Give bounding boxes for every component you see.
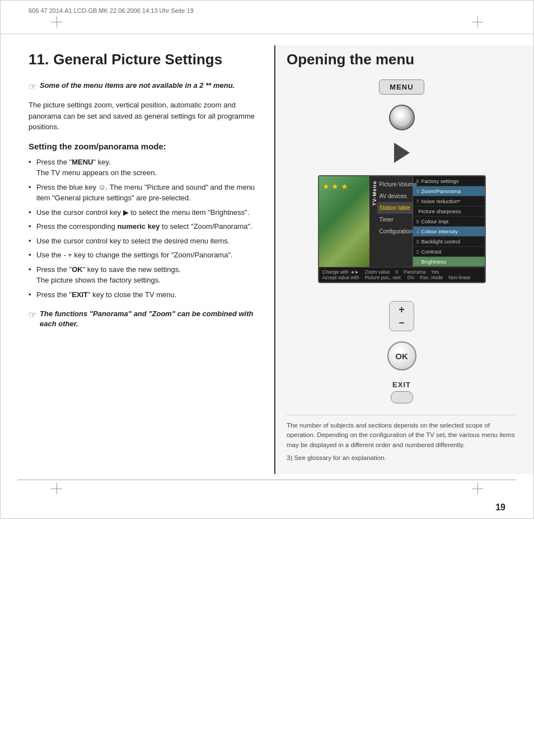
list-item: Press the corresponding numeric key to s… (29, 221, 257, 232)
blue-key-button[interactable] (389, 105, 415, 130)
arrow-right-button[interactable] (394, 143, 410, 163)
list-item: Press the "MENU" key.The TV menu appears… (29, 157, 257, 179)
list-item: Use the cursor control key to select the… (29, 236, 257, 247)
exit-label: EXIT (392, 381, 411, 389)
page-number: 19 (1, 497, 533, 518)
plus-minus-buttons[interactable]: + – (389, 301, 414, 331)
tv-right-item-1: 1Brightness (413, 257, 485, 267)
tv-bottom-row-1: Change with ◄► Zoom value 0 Panorama Yes (322, 269, 481, 275)
tv-bottom-row-2: Accept value with Picture pos., vert: 0%… (322, 275, 481, 280)
list-item: Press the "EXIT" key to close the TV men… (29, 289, 257, 300)
bottom-note-icon: ☞ (29, 309, 36, 320)
tv-nav-av-devices[interactable]: AV devices (377, 190, 413, 202)
bullet-list: Press the "MENU" key.The TV menu appears… (29, 157, 257, 300)
tv-nav-configuration[interactable]: Configuration (377, 226, 413, 237)
tv-nav-picture-volume[interactable]: Picture·Volume (377, 179, 413, 190)
tv-right-item-5: 5Colour impr. (413, 217, 485, 227)
tv-right-item-3: 3Backlight control (413, 237, 485, 247)
bottom-note-text: The functions "Panorama" and "Zoom" can … (40, 309, 257, 329)
sub-heading: Setting the zoom/panorama mode: (29, 142, 257, 151)
minus-label[interactable]: – (399, 317, 404, 328)
plus-label[interactable]: + (399, 304, 405, 316)
list-item: Press the "OK" key to save the new setti… (29, 264, 257, 286)
tv-menu-screenshot: ★ ★ ★ TV-Menu Picture·Volume AV devices … (318, 175, 486, 283)
tv-right-item-7: 7Noise reduction* (413, 196, 485, 206)
tv-nav-label: TV-Menu (372, 181, 377, 206)
menu-button[interactable]: MENU (379, 79, 424, 95)
list-item: Use the - + key to change the settings f… (29, 250, 257, 261)
tv-right-item-9: 9Factory settings (413, 176, 485, 186)
tv-right-item-4: 4Colour intensity (413, 227, 485, 237)
note-text: Some of the menu items are not available… (40, 81, 235, 91)
section-title: General Picture Settings (53, 51, 222, 68)
file-info: 606 47 2014.A1 LCD-GB MK 22.06.2006 14:1… (1, 1, 533, 21)
tv-right-item-2: 2Contrast (413, 247, 485, 257)
tv-right-item-ps: Picture sharpness (413, 206, 485, 217)
tv-nav-timer[interactable]: Timer (377, 214, 413, 226)
tv-nav-station-table[interactable]: Station table (377, 202, 413, 214)
exit-button[interactable] (391, 391, 413, 403)
note-icon: ☞ (29, 81, 36, 92)
body-text: The picture settings zoom, vertical posi… (29, 100, 257, 133)
section-number: 11. (29, 51, 49, 68)
tv-stars: ★ ★ ★ (322, 182, 349, 191)
list-item: Use the cursor control key ▶ to select t… (29, 207, 257, 218)
list-item: Press the blue key ☺. The menu "Picture … (29, 182, 257, 204)
tv-right-item-8: 8Zoom/Panorama (413, 186, 485, 196)
right-column-title: Opening the menu (287, 51, 517, 68)
ok-button[interactable]: OK (387, 341, 416, 370)
footer-note: The number of subjects and sections depe… (287, 415, 517, 463)
